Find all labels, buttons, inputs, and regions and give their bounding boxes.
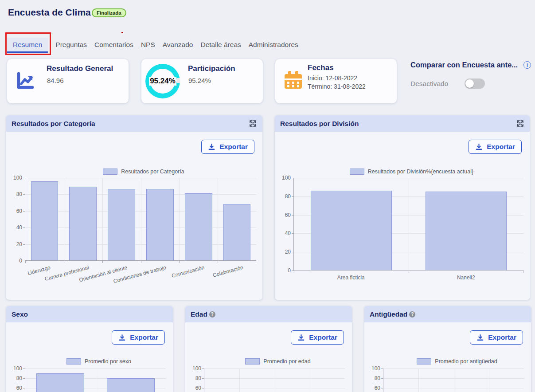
tab-nps[interactable]: NPS [141,38,155,53]
panel-title: Edad [191,310,207,318]
tenure-bar-chart: 100806040200 [371,368,524,392]
tab-avanzado[interactable]: Avanzado [163,38,193,53]
bar-sex-1[interactable] [36,373,84,392]
panel-antiguedad: Antigüedad ? Exportar Promedio por antig… [364,306,531,392]
bar-Condiciones de trabajo[interactable] [146,189,174,260]
bar-Comunicación[interactable] [185,193,212,260]
panel-edad: Edad ? Exportar Promedio por edad 100806… [185,306,352,392]
panel-division: Resultados por División Exportar Resulta… [275,115,530,300]
panel-sexo: Sexo Exportar Promedio por sexo 10080604… [6,306,173,392]
age-bar-chart: 100806040200 [192,368,345,392]
export-button[interactable]: Exportar [470,330,523,345]
card-value: 84.96 [47,77,64,84]
expand-icon[interactable] [516,119,524,128]
card-participacion: 95.24% Participación 95.24% [141,59,263,103]
bar-Colaboración[interactable] [223,204,251,260]
panel-header: Edad ? [185,306,352,322]
page-title: Encuesta de Clima [8,7,91,18]
panel-header: Antigüedad ? [364,306,531,322]
panel-header: Resultados por Categoría [6,115,262,132]
compare-toggle[interactable] [465,78,485,89]
status-badge: Finalizada [92,8,126,17]
x-axis-label: Area ficticia [293,274,409,281]
participation-donut-chart: 95.24% [145,64,180,98]
date-end: Término: 31-08-2022 [308,82,366,91]
chart-legend: Resultados por División%{encuesta actual… [293,168,530,175]
expand-icon[interactable] [249,119,257,128]
panel-title: Resultados por Categoría [12,120,95,128]
export-button[interactable]: Exportar [469,140,522,154]
panel-title: Resultados por División [280,120,359,128]
legend-swatch [417,358,431,365]
toggle-knob [465,79,474,88]
tab-comentarios[interactable]: Comentarios [94,38,133,53]
card-resultado-general: Resultado General 84.96 [7,59,129,103]
info-icon[interactable]: i [523,61,531,69]
date-start: Inicio: 12-08-2022 [308,74,357,82]
compare-state-label: Desactivado [410,80,448,88]
category-bar-chart: 100806040200LiderazgoCarrera profesional… [13,178,256,288]
help-icon[interactable]: ? [409,311,415,318]
help-icon[interactable]: ? [209,311,215,318]
x-axis-label: Nanell2 [409,274,524,281]
donut-label: 95.24% [149,77,176,86]
export-button[interactable]: Exportar [291,330,344,345]
chart-legend: Promedio por edad [204,358,352,365]
legend-swatch [103,169,117,175]
bar-Nanell2[interactable] [426,192,507,270]
legend-swatch [66,358,81,365]
tab-administradores[interactable]: Administradores [249,38,298,53]
calendar-icon [283,70,304,90]
x-axis-label: Comunicación [171,264,205,279]
x-axis-label: Colaboración [212,264,244,278]
panel-header: Resultados por División [275,115,530,132]
compare-title: Comparar con Encuesta ante... [410,61,518,69]
panel-title: Antigüedad [370,310,407,318]
card-value: 95.24% [188,77,211,84]
card-title: Fechas [308,63,334,72]
tab-detalle-áreas[interactable]: Detalle áreas [200,38,241,53]
legend-swatch [245,358,260,365]
export-button[interactable]: Exportar [201,140,254,154]
bar-Liderazgo[interactable] [31,181,59,260]
chart-legend: Promedio por sexo [25,358,173,365]
bar-Orientación al cliente[interactable] [108,189,135,260]
bar-Carrera profesional[interactable] [69,187,97,260]
line-chart-icon [15,71,36,92]
sex-bar-chart: 100806040200 [13,368,166,392]
card-title: Resultado General [47,64,113,73]
panel-categoria: Resultados por Categoría Exportar Result… [6,115,262,300]
chart-legend: Resultados por Categoría [25,168,262,175]
panel-title: Sexo [12,310,28,318]
division-bar-chart: 100806040200Area ficticiaNanell2 [282,178,523,282]
export-button[interactable]: Exportar [112,330,165,345]
dashboard-page: Encuesta de Clima Finalizada ResumenPreg… [0,0,535,392]
compare-block: Comparar con Encuesta ante... i Desactiv… [410,61,531,89]
bar-sex-2[interactable] [107,378,155,392]
chart-legend: Promedio por antigüedad [383,358,531,365]
card-title: Participación [188,64,235,73]
tab-resumen[interactable]: Resumen [7,38,48,53]
tabs: ResumenPreguntasComentariosNPSAvanzadoDe… [7,38,298,53]
annotation-dot [121,32,123,33]
legend-swatch [350,169,364,175]
card-fechas: Fechas Inicio: 12-08-2022 Término: 31-08… [275,59,397,103]
panel-header: Sexo [6,306,173,322]
tab-preguntas[interactable]: Preguntas [55,38,87,53]
bar-Area ficticia[interactable] [311,191,392,270]
x-axis-label: Liderazgo [27,264,51,276]
